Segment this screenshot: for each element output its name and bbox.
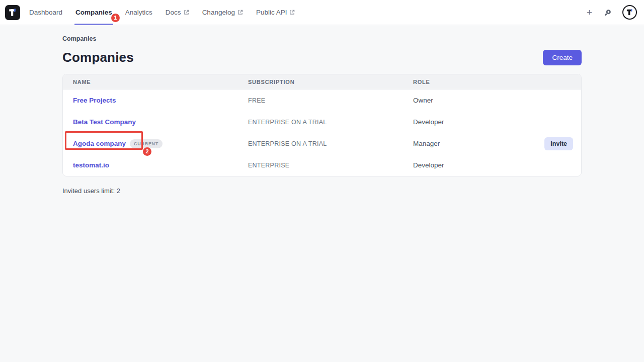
add-icon[interactable]: + — [586, 8, 593, 17]
nav-item-changelog[interactable]: Changelog — [202, 0, 243, 25]
nav-label: Changelog — [202, 9, 235, 16]
column-header-name: NAME — [73, 79, 248, 85]
nav-label: Public API — [256, 9, 287, 16]
breadcrumb[interactable]: Companies — [62, 35, 582, 42]
invited-users-limit-note: Invited users limit: 2 — [62, 187, 582, 195]
current-company-badge: CURRENT — [130, 139, 163, 148]
nav-label: Companies — [75, 9, 112, 16]
subscription-value: FREE — [248, 97, 413, 104]
main-content: Companies Companies Create NAME SUBSCRIP… — [62, 35, 582, 195]
subscription-value: ENTERPRISE ON A TRIAL — [248, 119, 413, 126]
nav-item-dashboard[interactable]: Dashboard — [29, 0, 62, 25]
role-value: Developer — [413, 161, 538, 169]
navbar-actions: + — [586, 5, 637, 20]
nav-item-companies[interactable]: Companies 1 — [75, 0, 112, 25]
company-name-cell: Free Projects — [73, 97, 248, 104]
role-value: Manager — [413, 140, 538, 147]
account-avatar[interactable] — [622, 5, 637, 20]
main-nav: Dashboard Companies 1 Analytics Docs Cha… — [29, 0, 295, 25]
column-header-subscription: SUBSCRIPTION — [248, 79, 413, 85]
company-link-free-projects[interactable]: Free Projects — [73, 97, 116, 104]
testomat-logo-glyph — [8, 8, 18, 18]
row-actions: Invite — [538, 137, 573, 150]
table-row: Beta Test Company ENTERPRISE ON A TRIAL … — [63, 111, 581, 133]
external-link-icon — [237, 10, 243, 15]
company-link-testomat-io[interactable]: testomat.io — [73, 161, 109, 169]
top-navbar: Dashboard Companies 1 Analytics Docs Cha… — [0, 0, 644, 25]
title-row: Companies Create — [62, 50, 582, 65]
search-icon[interactable] — [603, 8, 612, 17]
company-name-cell: Beta Test Company — [73, 118, 248, 126]
company-name-cell: Agoda company CURRENT 2 — [73, 139, 248, 148]
company-link-beta-test-company[interactable]: Beta Test Company — [73, 118, 136, 126]
testomat-logo[interactable] — [5, 5, 20, 20]
external-link-icon — [184, 10, 189, 15]
column-header-role: ROLE — [413, 79, 538, 85]
invite-button[interactable]: Invite — [544, 137, 573, 150]
nav-item-public-api[interactable]: Public API — [256, 0, 295, 25]
external-link-icon — [289, 10, 295, 15]
nav-item-analytics[interactable]: Analytics — [125, 0, 152, 25]
company-link-agoda-company[interactable]: Agoda company — [73, 140, 126, 147]
annotation-step-2-badge: 2 — [143, 147, 151, 156]
subscription-value: ENTERPRISE ON A TRIAL — [248, 140, 413, 147]
active-tab-underline — [74, 24, 113, 25]
companies-table: NAME SUBSCRIPTION ROLE Free Projects FRE… — [62, 74, 582, 176]
page-title: Companies — [62, 50, 134, 65]
table-row: Agoda company CURRENT 2 ENTERPRISE ON A … — [63, 133, 581, 154]
nav-label: Analytics — [125, 9, 152, 16]
table-row: Free Projects FREE Owner — [63, 89, 581, 111]
nav-item-docs[interactable]: Docs — [166, 0, 189, 25]
table-row: testomat.io ENTERPRISE Developer — [63, 154, 581, 176]
subscription-value: ENTERPRISE — [248, 162, 413, 169]
role-value: Owner — [413, 97, 538, 104]
role-value: Developer — [413, 118, 538, 126]
avatar-logo-glyph — [626, 9, 633, 16]
nav-label: Dashboard — [29, 9, 62, 16]
table-header-row: NAME SUBSCRIPTION ROLE — [63, 74, 581, 89]
annotation-step-1-badge: 1 — [111, 14, 120, 22]
nav-label: Docs — [166, 9, 181, 16]
company-name-cell: testomat.io — [73, 161, 248, 169]
create-button[interactable]: Create — [543, 50, 582, 65]
